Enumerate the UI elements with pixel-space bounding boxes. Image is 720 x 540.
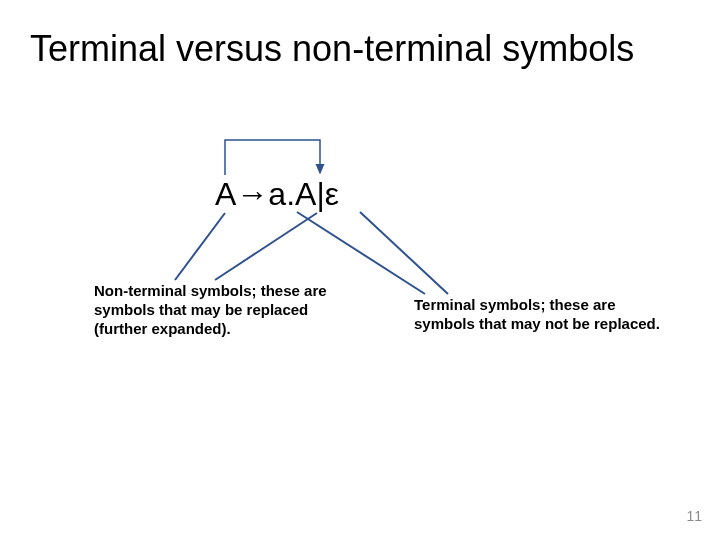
- annotation-nonterminal: Non-terminal symbols; these are symbols …: [94, 282, 344, 338]
- terminal-a: a.: [268, 176, 295, 213]
- bar-symbol: |: [316, 176, 324, 213]
- svg-line-3: [360, 212, 448, 294]
- svg-line-1: [215, 213, 317, 280]
- slide: Terminal versus non-terminal symbols A →…: [0, 0, 720, 540]
- terminal-epsilon: ε: [325, 176, 339, 213]
- nonterminal-A-left: A: [215, 176, 236, 213]
- annotation-terminal: Terminal symbols; these are symbols that…: [414, 296, 664, 334]
- arrows-overlay: [0, 0, 720, 540]
- page-number: 11: [686, 508, 702, 524]
- grammar-rule: A → a.A | ε: [215, 176, 339, 213]
- arrow-symbol: →: [236, 176, 268, 213]
- svg-line-0: [175, 213, 225, 280]
- nonterminal-A-right: A: [295, 176, 316, 213]
- slide-title: Terminal versus non-terminal symbols: [30, 28, 634, 70]
